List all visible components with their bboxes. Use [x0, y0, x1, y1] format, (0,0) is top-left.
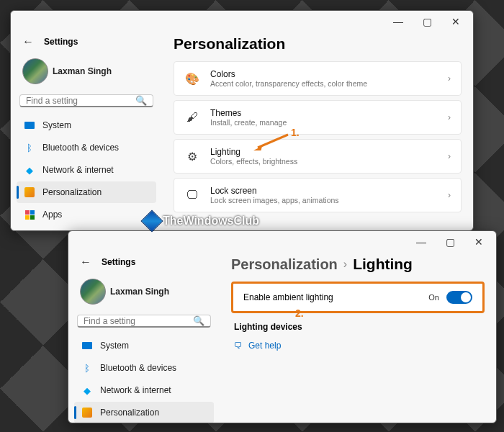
avatar[interactable]	[22, 58, 48, 84]
section-heading: Lighting devices	[234, 322, 485, 332]
search-input[interactable]	[26, 96, 135, 106]
display-icon	[24, 122, 35, 129]
bluetooth-icon: ᛒ	[24, 142, 35, 153]
gear-icon: ⚙	[184, 148, 200, 164]
apps-icon	[25, 210, 35, 220]
sidebar-item-label: Personalization	[100, 408, 159, 418]
search-box[interactable]: 🔍	[77, 315, 211, 328]
sidebar-item-label: Personalization	[42, 187, 102, 197]
display-icon	[82, 342, 92, 349]
bluetooth-icon: ᛒ	[81, 362, 93, 374]
sidebar-item-personalization[interactable]: Personalization	[74, 402, 214, 423]
card-themes[interactable]: 🖌 ThemesInstall, create, manage ›	[174, 100, 462, 135]
minimize-button[interactable]: —	[384, 12, 413, 32]
settings-window-2: — ▢ ✕ ← Settings Laxman Singh 🔍 System ᛒ…	[68, 230, 497, 423]
brush-icon	[82, 408, 92, 418]
back-button[interactable]: ←	[22, 35, 37, 48]
app-title: Settings	[99, 257, 135, 267]
sidebar-item-label: Network & internet	[42, 165, 114, 175]
titlebar: — ▢ ✕	[68, 231, 496, 253]
toggle-switch[interactable]	[446, 291, 472, 304]
watermark-text: TheWindowsClub	[163, 215, 259, 228]
sidebar-item-apps[interactable]: Apps	[17, 204, 156, 225]
search-icon: 🔍	[135, 95, 147, 106]
brush-icon	[24, 187, 35, 197]
settings-window-1: — ▢ ✕ ← Settings Laxman Singh 🔍 System ᛒ…	[10, 10, 474, 231]
sidebar-item-label: Network & internet	[100, 385, 171, 395]
wifi-icon: ◆	[81, 384, 93, 396]
watermark-logo	[140, 210, 163, 232]
toggle-label: Enable ambient lighting	[243, 292, 333, 302]
sidebar-item-system[interactable]: System	[17, 114, 156, 136]
sidebar-item-label: System	[42, 120, 71, 130]
chevron-right-icon: ›	[448, 151, 451, 161]
sidebar-item-label: Apps	[42, 210, 62, 220]
main-panel: Personalization › Lighting Enable ambien…	[220, 253, 496, 423]
user-name: Laxman Singh	[110, 287, 169, 297]
minimize-button[interactable]: —	[407, 232, 436, 252]
close-button[interactable]: ✕	[464, 232, 493, 252]
lock-screen-icon: 🖵	[184, 187, 200, 203]
help-icon: 🗨	[234, 341, 243, 351]
sidebar: ← Settings Laxman Singh 🔍 System ᛒBlueto…	[11, 32, 162, 230]
chevron-right-icon: ›	[448, 73, 451, 84]
get-help-link[interactable]: 🗨 Get help	[231, 338, 485, 354]
chevron-right-icon: ›	[448, 112, 451, 122]
titlebar: — ▢ ✕	[11, 11, 473, 32]
sidebar-item-label: Bluetooth & devices	[42, 143, 119, 153]
search-box[interactable]: 🔍	[19, 94, 153, 107]
close-button[interactable]: ✕	[441, 12, 470, 32]
card-lockscreen[interactable]: 🖵 Lock screenLock screen images, apps, a…	[174, 178, 462, 212]
sidebar-item-bluetooth[interactable]: ᛒBluetooth & devices	[17, 137, 156, 158]
sidebar-item-network[interactable]: ◆Network & internet	[17, 159, 156, 181]
maximize-button[interactable]: ▢	[413, 12, 441, 32]
card-colors[interactable]: 🎨 ColorsAccent color, transparency effec…	[174, 61, 462, 96]
card-lighting[interactable]: ⚙ LightingColors, effects, brightness ›	[174, 139, 462, 174]
sidebar-item-label: Bluetooth & devices	[100, 363, 176, 373]
toggle-state: On	[428, 293, 439, 302]
maximize-button[interactable]: ▢	[436, 232, 464, 252]
search-icon: 🔍	[193, 315, 204, 326]
breadcrumb-parent[interactable]: Personalization	[231, 256, 338, 273]
watermark: TheWindowsClub	[144, 213, 259, 229]
sidebar-item-system[interactable]: System	[74, 335, 214, 356]
back-button[interactable]: ←	[80, 256, 94, 269]
wifi-icon: ◆	[24, 164, 35, 176]
user-name: Laxman Singh	[53, 66, 112, 76]
sidebar-item-network[interactable]: ◆Network & internet	[74, 379, 214, 401]
toggle-card-ambient-lighting: Enable ambient lighting On	[231, 282, 485, 313]
sidebar-item-bluetooth[interactable]: ᛒBluetooth & devices	[74, 357, 214, 379]
avatar[interactable]	[80, 279, 106, 305]
sidebar: ← Settings Laxman Singh 🔍 System ᛒBlueto…	[68, 253, 220, 423]
breadcrumb: Personalization › Lighting	[231, 256, 485, 273]
sidebar-item-personalization[interactable]: Personalization	[17, 181, 156, 203]
sidebar-item-label: System	[100, 341, 129, 351]
brush-icon: 🖌	[184, 109, 200, 125]
chevron-right-icon: ›	[343, 258, 347, 271]
app-title: Settings	[41, 37, 78, 47]
breadcrumb-current: Lighting	[353, 256, 413, 273]
page-heading: Personalization	[174, 35, 462, 53]
palette-icon: 🎨	[184, 71, 200, 86]
main-panel: Personalization 🎨 ColorsAccent color, tr…	[162, 32, 473, 230]
search-input[interactable]	[84, 316, 193, 326]
chevron-right-icon: ›	[448, 190, 451, 200]
